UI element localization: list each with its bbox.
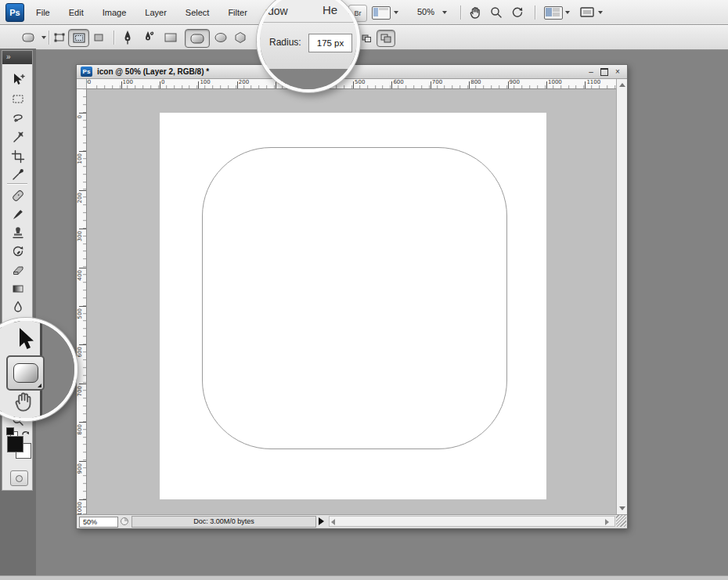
divider [535, 5, 535, 20]
lasso-tool-icon[interactable] [9, 110, 27, 126]
status-zoom-field[interactable]: 50% [79, 517, 118, 528]
photoshop-logo-icon: Ps [5, 3, 24, 22]
divider [49, 31, 49, 45]
arrange-documents-icon[interactable] [544, 6, 563, 20]
lens-workspace-bg [42, 321, 74, 418]
tool-preset-icon[interactable] [17, 31, 39, 45]
tool-preset-caret-icon[interactable] [41, 36, 46, 39]
gradient-tool-icon[interactable] [9, 281, 27, 297]
eraser-tool-icon[interactable] [9, 262, 27, 278]
canvas-viewport[interactable] [87, 89, 616, 514]
history-brush-tool-icon[interactable] [9, 243, 27, 259]
menu-layer[interactable]: Layer [143, 6, 168, 19]
healing-brush-tool-icon[interactable] [9, 188, 27, 204]
scroll-right-icon[interactable] [605, 519, 609, 525]
zoom-level-dropdown[interactable]: 50% [417, 7, 434, 16]
lens-menu-strip: dow He [260, 0, 357, 22]
radius-input[interactable]: 175 px [308, 34, 352, 52]
lens-menu-window-fragment: dow [268, 5, 288, 17]
blur-tool-icon[interactable] [9, 299, 27, 315]
path-selection-tool-icon[interactable] [13, 327, 34, 355]
scroll-up-icon[interactable] [619, 83, 625, 87]
menu-edit[interactable]: Edit [67, 6, 85, 19]
hand-tool-toolbar-icon[interactable] [12, 390, 35, 416]
ruler-corner[interactable] [77, 79, 87, 89]
screen-mode-caret-icon[interactable] [598, 11, 603, 14]
polygon-tool-icon[interactable] [232, 31, 248, 45]
eyedropper-tool-icon[interactable] [9, 167, 27, 182]
panel-launch-icon[interactable] [372, 6, 391, 20]
default-colors-icon[interactable] [6, 427, 14, 435]
combine-shape-button[interactable] [377, 30, 395, 47]
vertical-scrollbar[interactable] [616, 79, 627, 514]
menu-select[interactable]: Select [184, 6, 211, 19]
status-doc-size[interactable]: Doc: 3.00M/0 bytes [132, 516, 316, 528]
hand-tool-icon[interactable] [468, 5, 482, 23]
menu-filter[interactable]: Filter [226, 6, 248, 19]
bottom-strip [0, 575, 728, 580]
rectangle-tool-icon[interactable] [162, 32, 179, 43]
toolbar-collapse-header[interactable]: » [2, 51, 32, 64]
minimize-button[interactable]: – [585, 67, 597, 77]
divider [114, 31, 114, 45]
screen-mode-icon[interactable] [579, 6, 595, 21]
lens-menu-help-fragment: He [323, 3, 337, 16]
clone-stamp-tool-icon[interactable] [9, 225, 27, 241]
toolbar-divider [7, 183, 27, 184]
resize-grip[interactable] [616, 515, 626, 527]
move-tool-icon[interactable] [9, 72, 27, 88]
canvas[interactable] [160, 113, 546, 499]
magic-wand-tool-icon[interactable] [9, 130, 27, 146]
rectangular-marquee-tool-icon[interactable] [9, 92, 27, 107]
zoom-caret-icon[interactable] [442, 11, 447, 14]
scroll-down-icon[interactable] [619, 506, 625, 510]
rounded-rectangle-tool-selected[interactable] [6, 355, 45, 391]
status-flyout-icon[interactable] [319, 517, 324, 525]
paths-button[interactable] [68, 29, 89, 47]
document-statusbar: 50% Doc: 3.00M/0 bytes [77, 514, 627, 528]
crop-tool-icon[interactable] [9, 149, 27, 164]
v-ruler[interactable]: 01002003004005006007008009001000 [77, 89, 87, 514]
pen-tool-icon[interactable] [120, 29, 135, 45]
rotate-view-icon[interactable] [510, 5, 524, 23]
lens-radius-label: Radius: [269, 37, 301, 48]
document-window: Ps icon @ 50% (Layer 2, RGB/8) * – × 001… [76, 64, 628, 529]
menu-file[interactable]: File [34, 6, 52, 19]
divider [460, 5, 461, 20]
options-bar: Radius: [0, 25, 728, 50]
panel-caret-icon[interactable] [394, 11, 398, 14]
document-title: icon @ 50% (Layer 2, RGB/8) * [97, 67, 209, 76]
menu-image[interactable]: Image [101, 6, 128, 19]
shape-layers-button[interactable] [52, 31, 67, 44]
add-shape-area-icon[interactable] [360, 33, 373, 44]
arrange-caret-icon[interactable] [565, 11, 570, 14]
ellipse-tool-icon[interactable] [212, 31, 229, 44]
tool-flyout-corner-icon [38, 384, 41, 387]
quick-mask-button[interactable] [10, 470, 28, 486]
menu-bar: Ps File Edit Image Layer Select Filter V… [0, 0, 728, 25]
freeform-pen-tool-icon[interactable] [141, 29, 158, 45]
rounded-rectangle-tool-button[interactable] [185, 29, 210, 48]
horizontal-scrollbar[interactable] [329, 516, 615, 527]
maximize-button[interactable] [598, 67, 611, 77]
brush-tool-icon[interactable] [9, 207, 27, 222]
lens-options-strip: Radius: 175 px [260, 22, 357, 70]
h-ruler[interactable]: 0010001002003004005006007008009001000110… [87, 79, 616, 89]
scroll-left-icon[interactable] [331, 519, 335, 525]
fill-pixels-button[interactable] [92, 31, 105, 43]
rounded-rectangle-path[interactable] [202, 147, 507, 449]
close-button[interactable]: × [611, 67, 624, 77]
document-ps-icon: Ps [81, 67, 92, 77]
status-sync-icon[interactable] [121, 517, 128, 525]
magnifier-lens-tool [0, 318, 77, 421]
rounded-rectangle-glyph [13, 363, 38, 383]
foreground-color-swatch[interactable] [7, 436, 23, 452]
zoom-tool-icon[interactable] [489, 5, 503, 23]
toolbar: » [2, 50, 33, 491]
